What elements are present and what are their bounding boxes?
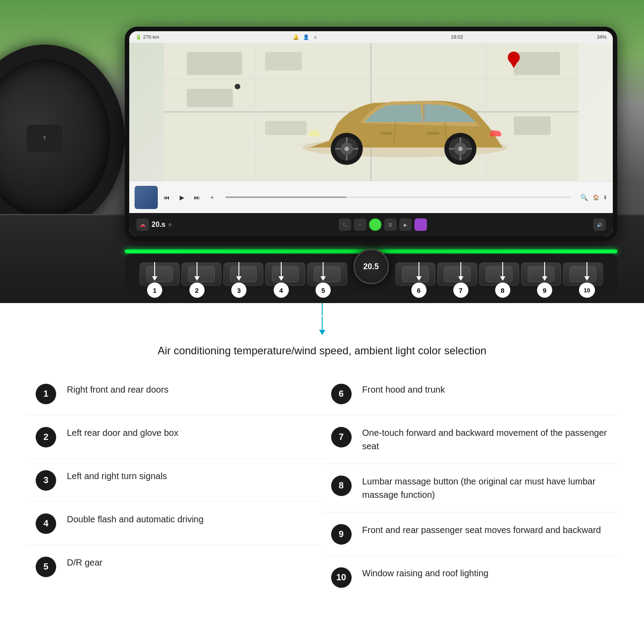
- play-btn[interactable]: ▶: [176, 192, 187, 203]
- legend-item-9: 9 Front and rear passenger seat moves fo…: [322, 513, 618, 556]
- center-annotation-section: Air conditioning temperature/wind speed,…: [0, 303, 644, 368]
- svg-rect-9: [187, 89, 233, 107]
- legend-text-10: Window raising and roof lighting: [362, 566, 609, 580]
- home-icon[interactable]: 🏠: [593, 194, 599, 201]
- bottom-right-icons: 🔊: [593, 218, 606, 231]
- purple-icon[interactable]: [414, 218, 427, 231]
- callout-2: 2: [189, 262, 205, 298]
- legend-item-4: 4 Double flash and automatic driving: [27, 502, 322, 545]
- main-screen: 🔋 270 km 🔔 👤 ♫ 18:02 34%: [125, 27, 617, 241]
- screen-media-bar: ⏮ ▶ ⏭ ＋ 🔍 🏠 ⬇: [129, 181, 613, 213]
- legend-text-9: Front and rear passenger seat moves forw…: [362, 523, 609, 537]
- callout-number-5: 5: [316, 283, 331, 298]
- legend-item-7: 7 One-touch forward and backward movemen…: [322, 415, 618, 464]
- speed-readout: 20.s: [152, 221, 165, 229]
- menu-icon[interactable]: ☰: [384, 218, 397, 231]
- svg-point-29: [458, 147, 463, 151]
- legend-badge-1: 1: [36, 384, 56, 404]
- dial-value: 20.5: [363, 262, 379, 271]
- legend-badge-8: 8: [331, 476, 352, 496]
- more-icon[interactable]: ···: [354, 218, 366, 231]
- temperature-dial[interactable]: 20.5: [353, 249, 389, 284]
- settings-icon: ⚙: [168, 222, 172, 227]
- legend-text-6: Front hood and trunk: [362, 383, 609, 396]
- legend-badge-9-number: 9: [339, 529, 344, 539]
- legend-badge-6: 6: [331, 384, 352, 404]
- annotation-arrowhead: [319, 330, 325, 335]
- callout-number-3: 3: [231, 283, 246, 298]
- legend-badge-7: 7: [331, 427, 352, 447]
- legend-badge-1-number: 1: [43, 389, 48, 399]
- callout-number-10: 10: [579, 283, 595, 298]
- legend-item-6: 6 Front hood and trunk: [322, 372, 618, 415]
- battery-status: 🔋 270 km: [135, 34, 159, 40]
- legend-item-3: 3 Left and right turn signals: [27, 459, 322, 502]
- svg-point-13: [235, 84, 240, 89]
- legend-badge-9: 9: [331, 524, 352, 545]
- legend-badge-5-number: 5: [43, 562, 48, 572]
- clock-display: 18:02: [451, 34, 464, 40]
- legend-right-column: 6 Front hood and trunk 7 One-touch forwa…: [322, 372, 618, 599]
- callout-4: 4: [274, 262, 289, 298]
- legend-text-5: D/R gear: [67, 556, 313, 569]
- legend-badge-10-number: 10: [336, 572, 346, 582]
- nav-icon: 🔔 👤 ♫: [293, 34, 317, 40]
- wifi-dot: [369, 218, 381, 231]
- callout-number-7: 7: [453, 283, 468, 298]
- volume-icon[interactable]: 🔊: [593, 218, 606, 231]
- legend-badge-4: 4: [36, 513, 56, 534]
- legend-text-2: Left rear door and glove box: [67, 426, 313, 439]
- legend-item-5: 5 D/R gear: [27, 545, 322, 588]
- legend-left-column: 1 Right front and rear doors 2 Left rear…: [27, 372, 322, 599]
- svg-point-25: [345, 147, 349, 151]
- legend-badge-7-number: 7: [339, 432, 344, 442]
- svg-rect-21: [427, 132, 439, 135]
- callout-number-2: 2: [189, 283, 205, 298]
- callout-1: 1: [147, 262, 162, 298]
- legend-item-1: 1 Right front and rear doors: [27, 372, 322, 415]
- media-album-art: [135, 186, 158, 209]
- callout-7: 7: [453, 262, 468, 298]
- media-right-icons: 🏠 ⬇: [593, 194, 607, 201]
- annotation-arrow-container: [319, 316, 325, 335]
- legend-badge-4-number: 4: [43, 518, 48, 529]
- legend-text-1: Right front and rear doors: [67, 383, 313, 396]
- legend-text-7: One-touch forward and backward movement …: [362, 426, 609, 453]
- callout-number-4: 4: [274, 283, 289, 298]
- callout-6: 6: [411, 262, 427, 298]
- center-annotation-text: Air conditioning temperature/wind speed,…: [9, 343, 635, 359]
- search-icon[interactable]: 🔍: [578, 192, 589, 203]
- car-icon[interactable]: 🚗: [136, 218, 149, 231]
- legend-badge-3-number: 3: [43, 475, 48, 485]
- callout-5: 5: [316, 262, 331, 298]
- bottom-center-icons: 📞 ··· ☰ ▶: [339, 218, 427, 231]
- legend-badge-6-number: 6: [339, 389, 344, 399]
- next-track-btn[interactable]: ⏭: [192, 192, 202, 203]
- legend-badge-2-number: 2: [43, 432, 48, 442]
- svg-rect-20: [380, 132, 393, 135]
- download-icon[interactable]: ⬇: [603, 194, 607, 201]
- battery-pct: 34%: [597, 34, 607, 40]
- add-btn[interactable]: ＋: [207, 192, 217, 203]
- photo-section: T 🔋 270 km 🔔 👤 ♫ 18:02 34%: [0, 0, 644, 303]
- media-icon[interactable]: ▶: [399, 218, 412, 231]
- prev-track-btn[interactable]: ⏮: [161, 192, 172, 203]
- bottom-left-icons: 🚗 20.s ⚙: [136, 218, 172, 231]
- legend-badge-8-number: 8: [339, 480, 344, 491]
- legend-section: 1 Right front and rear doors 2 Left rear…: [0, 368, 644, 616]
- svg-point-15: [508, 52, 520, 64]
- legend-badge-10: 10: [331, 567, 352, 588]
- tesla-car-image: [293, 78, 516, 172]
- callout-8: 8: [495, 262, 510, 298]
- callout-number-8: 8: [495, 283, 510, 298]
- phone-icon[interactable]: 📞: [339, 218, 351, 231]
- screen-bottom-bar: 🚗 20.s ⚙ 📞 ··· ☰ ▶ 🔊: [129, 213, 613, 236]
- callout-10: 10: [579, 262, 595, 298]
- callout-9: 9: [537, 262, 552, 298]
- legend-badge-3: 3: [36, 470, 56, 491]
- screen-status-bar: 🔋 270 km 🔔 👤 ♫ 18:02 34%: [129, 31, 613, 43]
- callout-number-6: 6: [411, 283, 427, 298]
- legend-badge-2: 2: [36, 427, 56, 447]
- legend-text-8: Lumbar massage button (the original car …: [362, 475, 609, 501]
- annotation-line: [322, 316, 323, 330]
